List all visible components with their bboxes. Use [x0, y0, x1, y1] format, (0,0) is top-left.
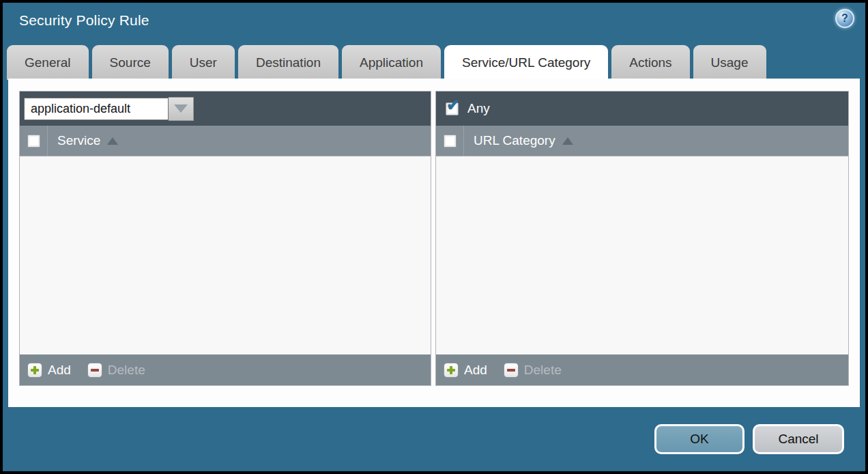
url-category-add-button[interactable]: Add — [444, 363, 487, 378]
chevron-down-icon — [174, 104, 188, 113]
tab-label: Actions — [629, 55, 671, 70]
cancel-button[interactable]: Cancel — [753, 424, 844, 454]
plus-icon — [444, 363, 459, 378]
tab-general[interactable]: General — [7, 45, 89, 80]
service-panel-header: application-default — [20, 92, 431, 126]
tab-label: Destination — [256, 55, 321, 70]
dropdown-button[interactable] — [169, 97, 194, 121]
service-list[interactable] — [20, 156, 431, 354]
service-type-value[interactable]: application-default — [24, 98, 169, 120]
tab-label: Source — [110, 55, 151, 70]
add-label: Add — [48, 363, 71, 378]
dialog-title: Security Policy Rule — [19, 12, 149, 29]
help-glyph: ? — [841, 12, 848, 25]
tab-label: Application — [360, 55, 423, 70]
ok-label: OK — [690, 432, 708, 447]
cancel-label: Cancel — [778, 432, 818, 447]
sort-ascending-icon — [107, 137, 118, 145]
service-select-all-checkbox[interactable] — [27, 135, 40, 148]
url-category-column-label: URL Category — [474, 133, 555, 148]
ok-button[interactable]: OK — [654, 424, 744, 454]
delete-label: Delete — [108, 363, 145, 378]
any-label: Any — [467, 101, 490, 116]
service-panel: application-default Service — [19, 91, 431, 386]
minus-icon — [87, 363, 102, 378]
add-label: Add — [464, 363, 487, 378]
tab-service-url-category[interactable]: Service/URL Category — [444, 45, 608, 80]
service-type-dropdown[interactable]: application-default — [24, 97, 194, 121]
tab-actions[interactable]: Actions — [611, 45, 689, 80]
tab-label: User — [190, 55, 217, 70]
url-category-list[interactable] — [436, 156, 848, 354]
url-category-column-header[interactable]: URL Category — [474, 133, 573, 148]
any-checkbox[interactable]: ✔ — [446, 102, 459, 115]
tab-user[interactable]: User — [172, 45, 235, 80]
tab-label: Service/URL Category — [462, 55, 590, 70]
minus-icon — [504, 363, 519, 378]
url-category-panel-header: ✔ Any — [436, 92, 848, 126]
help-icon[interactable]: ? — [835, 9, 854, 28]
tab-label: General — [25, 55, 71, 70]
checkmark-icon: ✔ — [446, 97, 460, 113]
sort-ascending-icon — [562, 137, 573, 145]
delete-label: Delete — [524, 363, 562, 378]
service-add-button[interactable]: Add — [27, 363, 71, 378]
url-category-delete-button[interactable]: Delete — [504, 363, 562, 378]
service-column-header-row: Service — [20, 126, 431, 156]
tab-label: Usage — [711, 55, 749, 70]
tab-usage[interactable]: Usage — [693, 45, 766, 80]
url-category-toolbar: Add Delete — [436, 354, 848, 385]
plus-icon — [27, 363, 42, 378]
url-category-select-all-cell — [436, 126, 464, 156]
service-select-all-cell — [20, 126, 48, 156]
url-category-select-all-checkbox[interactable] — [444, 135, 457, 148]
service-column-label: Service — [57, 133, 100, 148]
url-category-panel: ✔ Any URL Category Add — [435, 91, 849, 386]
tab-bar: General Source User Destination Applicat… — [7, 45, 766, 80]
tab-source[interactable]: Source — [92, 45, 169, 80]
service-delete-button[interactable]: Delete — [87, 363, 145, 378]
service-toolbar: Add Delete — [20, 354, 431, 385]
url-category-column-header-row: URL Category — [436, 126, 848, 156]
tab-content-area: application-default Service — [8, 79, 860, 407]
tab-destination[interactable]: Destination — [238, 45, 338, 80]
service-column-header[interactable]: Service — [57, 133, 118, 148]
security-policy-rule-dialog: Security Policy Rule ? General Source Us… — [0, 0, 868, 474]
tab-application[interactable]: Application — [342, 45, 441, 80]
